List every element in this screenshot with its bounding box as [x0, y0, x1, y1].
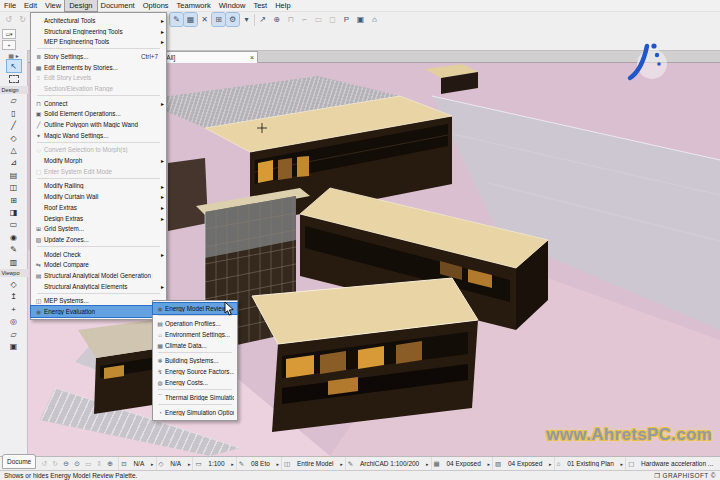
toolbox-header-icon[interactable]: ▦ — [8, 52, 14, 59]
toolbar-icon[interactable]: P — [340, 13, 353, 26]
toolbar-icon[interactable]: ✎ — [170, 13, 183, 26]
quick-option[interactable]: ✎ ArchiCAD 1:100/200 — [345, 457, 431, 470]
toolbar-icon[interactable]: ✕ — [198, 13, 211, 26]
menubar-item[interactable]: File — [0, 0, 20, 11]
nav-icon[interactable]: ⊖ — [61, 459, 71, 469]
menubar-item[interactable]: Window — [215, 0, 250, 11]
menu-item[interactable]: ▦ Edit Elements by Stories... — [31, 62, 166, 73]
toolbar-icon[interactable]: ⊞ — [212, 13, 225, 26]
toolbox-header-icon[interactable]: ▸ — [16, 52, 19, 59]
viewpoint-tool[interactable]: ◇ — [7, 278, 21, 290]
design-tool[interactable]: ▤ — [7, 169, 21, 181]
quick-option[interactable]: ⊡ N/A — [118, 457, 155, 470]
infobox-widget[interactable]: + — [2, 40, 16, 50]
design-tool[interactable]: ▭ — [7, 219, 21, 231]
nav-icon[interactable]: ⇕ — [94, 459, 104, 469]
menu-item[interactable]: ⊓ Connect — [31, 98, 166, 109]
design-tool[interactable]: △ — [7, 144, 21, 156]
menu-item[interactable]: ≣ Story Settings... Ctrl+7 — [31, 51, 166, 62]
infobox-widget[interactable]: ▭▾ — [2, 29, 16, 39]
quick-option[interactable]: ⌂ 01 Existing Plan — [554, 457, 626, 470]
menu-item[interactable]: Roof Extras — [31, 202, 166, 213]
design-tool[interactable]: ⊿ — [7, 157, 21, 169]
menu-item[interactable]: ▢ Enter System Edit Mode — [31, 166, 166, 177]
submenu-item[interactable]: ✻ Building Systems... — [153, 355, 237, 366]
quick-option[interactable]: ▭ 1:100 — [192, 457, 235, 470]
marquee-tool[interactable] — [7, 72, 21, 84]
submenu-item[interactable]: ⌒ Thermal Bridge Simulation... — [153, 392, 237, 403]
design-tool[interactable]: ⊞ — [7, 194, 21, 206]
toolbar-icon[interactable]: ↻ — [16, 13, 29, 26]
menu-item[interactable]: ▤ Structural Analytical Model Generation… — [31, 270, 166, 281]
menubar-item[interactable]: Document — [97, 0, 139, 11]
nav-icon[interactable]: ⊕ — [105, 459, 115, 469]
menu-item[interactable]: ◉ Energy Evaluation — [31, 306, 166, 317]
submenu-item[interactable]: ⌂ Environment Settings... — [153, 329, 237, 340]
nav-icon[interactable]: ▭ — [83, 459, 93, 469]
toolbar-icon[interactable]: ⚙ — [226, 13, 239, 26]
menu-item[interactable]: Design Extras — [31, 213, 166, 224]
viewpoint-tool[interactable]: ▱ — [7, 328, 21, 340]
toolbar-icon[interactable]: ▭ — [312, 13, 325, 26]
design-tool[interactable]: ✎ — [7, 243, 21, 255]
menu-item[interactable]: ⊞ Grid System... — [31, 223, 166, 234]
menubar-item[interactable]: Options — [139, 0, 173, 11]
menu-item[interactable]: Modify Curtain Wall — [31, 191, 166, 202]
design-tool[interactable]: ▯ — [7, 107, 21, 119]
menu-item[interactable]: ◫ MEP Systems... — [31, 296, 166, 307]
design-tool[interactable]: ◉ — [7, 231, 21, 243]
menu-item[interactable]: ▧ Update Zones... — [31, 234, 166, 245]
arrow-tool[interactable]: ↖ — [7, 60, 21, 72]
menu-item[interactable]: MEP Engineering Tools — [31, 36, 166, 47]
toolbar-icon[interactable]: ⊓ — [284, 13, 297, 26]
design-tool[interactable]: ╱ — [7, 120, 21, 132]
menubar-item[interactable]: Edit — [20, 0, 41, 11]
quick-option[interactable]: ◇ N/A — [156, 457, 193, 470]
menu-item[interactable]: Modify Railing — [31, 181, 166, 192]
menu-item[interactable]: ≡ Edit Story Levels — [31, 72, 166, 83]
submenu-item[interactable]: ◍ Energy Costs... — [153, 377, 237, 388]
nav-icon[interactable]: ↺ — [39, 459, 49, 469]
document-palette-tab[interactable]: Docume — [2, 454, 36, 469]
submenu-item[interactable]: ↯ Energy Source Factors... — [153, 366, 237, 377]
toolbar-icon[interactable]: ▾ — [240, 13, 253, 26]
design-tool[interactable]: ◇ — [7, 132, 21, 144]
design-tool[interactable]: ▱ — [7, 95, 21, 107]
toolbar-icon[interactable]: ▦ — [184, 13, 197, 26]
toolbar-icon[interactable]: ⊕ — [270, 13, 283, 26]
toolbar-icon[interactable]: ⌐ — [298, 13, 311, 26]
viewpoint-tool[interactable]: ↥ — [7, 291, 21, 303]
toolbar-icon[interactable]: ◻ — [326, 13, 339, 26]
toolbar-icon[interactable]: ⌂ — [368, 13, 381, 26]
quick-option[interactable]: ▢ Hardware acceleration ... — [625, 457, 720, 470]
menubar-item[interactable]: View — [41, 0, 65, 11]
quick-option[interactable]: ◫ Entire Model — [281, 457, 345, 470]
design-tool[interactable]: ◫ — [7, 182, 21, 194]
submenu-item[interactable]: ◔ Energy Simulation Options... — [153, 407, 237, 418]
tab-close-icon[interactable]: × — [250, 55, 254, 61]
design-tool[interactable]: ◨ — [7, 206, 21, 218]
menu-item[interactable]: ◇ Convert Selection to Morph(s) — [31, 145, 166, 156]
menu-item[interactable]: ✦ Magic Wand Settings... — [31, 130, 166, 141]
toolbar-icon[interactable]: ↗ — [256, 13, 269, 26]
quick-option[interactable]: ▧ 04 Exposed — [492, 457, 554, 470]
menu-item[interactable]: Modify Morph — [31, 155, 166, 166]
toolbar-icon[interactable]: ↺ — [2, 13, 15, 26]
menubar-item[interactable]: Test — [249, 0, 271, 11]
toolbar-icon[interactable]: ▣ — [354, 13, 367, 26]
quick-option[interactable]: ✎ 08 Eto — [236, 457, 281, 470]
viewpoint-tool[interactable]: ◎ — [7, 315, 21, 327]
menubar-item[interactable]: Help — [271, 0, 294, 11]
menu-item[interactable]: Structural Engineering Tools — [31, 26, 166, 37]
menu-item[interactable]: ▣ Solid Element Operations... — [31, 109, 166, 120]
menu-item[interactable]: ╱ Outline Polygon with Magic Wand — [31, 119, 166, 130]
menu-item[interactable]: Model Check — [31, 249, 166, 260]
nav-icon[interactable]: ⊙ — [72, 459, 82, 469]
menu-item[interactable]: Structural Analytical Elements — [31, 281, 166, 292]
menu-item[interactable]: Section/Elevation Range — [31, 83, 166, 94]
design-tool[interactable]: ▥ — [7, 256, 21, 268]
viewpoint-tool[interactable]: + — [7, 303, 21, 315]
submenu-item[interactable]: ▦ Climate Data... — [153, 340, 237, 351]
quick-option[interactable]: ▦ 04 Exposed — [431, 457, 493, 470]
toolbar-icon[interactable] — [254, 14, 255, 26]
